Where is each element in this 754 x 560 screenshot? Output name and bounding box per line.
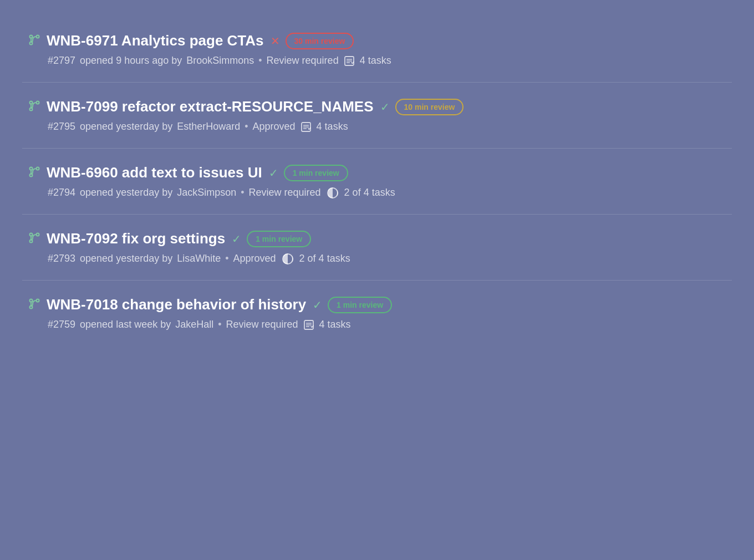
separator: • (241, 187, 244, 198)
pr-status: Review required (267, 55, 339, 67)
pr-meta: #2793 opened yesterday by LisaWhite • Ap… (28, 253, 726, 264)
pr-meta: #2794 opened yesterday by JackSimpson • … (28, 187, 726, 198)
pr-number[interactable]: #2795 (48, 121, 75, 133)
svg-point-16 (30, 167, 33, 170)
svg-point-0 (30, 35, 33, 38)
pr-branch-icon (28, 231, 41, 247)
task-list-icon (301, 122, 311, 132)
check-icon: ✓ (380, 100, 390, 114)
pr-time: opened yesterday by (80, 121, 172, 133)
review-badge[interactable]: 1 min review (247, 231, 311, 247)
pr-author[interactable]: JackSimpson (177, 187, 236, 198)
svg-point-20 (30, 233, 33, 236)
pr-branch-icon (28, 297, 41, 313)
pr-tasks: 2 of 4 tasks (299, 253, 350, 264)
check-icon: ✓ (232, 232, 241, 246)
task-list-icon (344, 56, 354, 66)
pr-item[interactable]: WNB-7099 refactor extract-RESOURCE_NAMES… (22, 83, 732, 149)
pr-title[interactable]: WNB-7092 fix org settings (47, 230, 225, 247)
pr-meta: #2797 opened 9 hours ago by BrookSimmons… (28, 55, 726, 67)
svg-point-24 (30, 299, 33, 302)
pr-time: opened yesterday by (80, 253, 172, 264)
svg-point-8 (30, 101, 33, 104)
separator: • (225, 253, 228, 264)
pr-title[interactable]: WNB-6971 Analytics page CTAs (47, 32, 264, 49)
pr-branch-icon (28, 99, 41, 115)
review-badge[interactable]: 10 min review (395, 99, 464, 115)
pr-branch-icon (28, 33, 41, 49)
pr-status: Review required (226, 319, 298, 330)
pr-meta: #2759 opened last week by JakeHall • Rev… (28, 319, 726, 330)
pr-number[interactable]: #2793 (48, 253, 75, 264)
pr-item[interactable]: WNB-6971 Analytics page CTAs ✕ 30 min re… (22, 17, 732, 83)
circle-half-icon (282, 253, 293, 264)
pr-tasks: 2 of 4 tasks (344, 187, 395, 198)
circle-half-icon (327, 187, 338, 198)
pr-author[interactable]: LisaWhite (177, 253, 221, 264)
pr-status: Approved (253, 121, 296, 133)
pr-branch-icon (28, 165, 41, 181)
pr-title-row: WNB-6960 add text to issues UI ✓ 1 min r… (28, 164, 726, 181)
separator: • (218, 319, 221, 330)
pr-title-row: WNB-7018 change behavior of history ✓ 1 … (28, 296, 726, 313)
check-icon: ✓ (313, 298, 322, 312)
pr-tasks: 4 tasks (319, 319, 351, 330)
pr-title-row: WNB-6971 Analytics page CTAs ✕ 30 min re… (28, 32, 726, 49)
pr-status: Review required (249, 187, 321, 198)
check-icon: ✓ (269, 166, 278, 180)
pr-time: opened last week by (80, 319, 171, 330)
pr-tasks: 4 tasks (360, 55, 391, 67)
review-badge[interactable]: 1 min review (284, 165, 348, 181)
pr-tasks: 4 tasks (317, 121, 348, 133)
pr-list: WNB-6971 Analytics page CTAs ✕ 30 min re… (22, 17, 732, 346)
pr-number[interactable]: #2797 (48, 55, 75, 67)
pr-title[interactable]: WNB-7018 change behavior of history (47, 296, 306, 313)
review-badge[interactable]: 1 min review (328, 297, 392, 313)
pr-time: opened yesterday by (80, 187, 172, 198)
pr-item[interactable]: WNB-7092 fix org settings ✓ 1 min review… (22, 215, 732, 281)
task-list-icon (304, 320, 314, 330)
pr-title[interactable]: WNB-7099 refactor extract-RESOURCE_NAMES (47, 98, 374, 115)
pr-meta: #2795 opened yesterday by EstherHoward •… (28, 121, 726, 133)
review-badge[interactable]: 30 min review (286, 33, 354, 49)
pr-status: Approved (233, 253, 276, 264)
separator: • (258, 55, 262, 67)
pr-item[interactable]: WNB-7018 change behavior of history ✓ 1 … (22, 281, 732, 346)
pr-title-row: WNB-7092 fix org settings ✓ 1 min review (28, 230, 726, 247)
pr-title[interactable]: WNB-6960 add text to issues UI (47, 164, 262, 181)
pr-author[interactable]: BrookSimmons (186, 55, 254, 67)
pr-author[interactable]: JakeHall (175, 319, 213, 330)
pr-time: opened 9 hours ago by (80, 55, 182, 67)
pr-title-row: WNB-7099 refactor extract-RESOURCE_NAMES… (28, 98, 726, 115)
pr-item[interactable]: WNB-6960 add text to issues UI ✓ 1 min r… (22, 149, 732, 215)
separator: • (244, 121, 248, 133)
pr-number[interactable]: #2759 (48, 319, 75, 330)
pr-number[interactable]: #2794 (48, 187, 75, 198)
pr-author[interactable]: EstherHoward (177, 121, 240, 133)
x-icon: ✕ (271, 34, 280, 48)
